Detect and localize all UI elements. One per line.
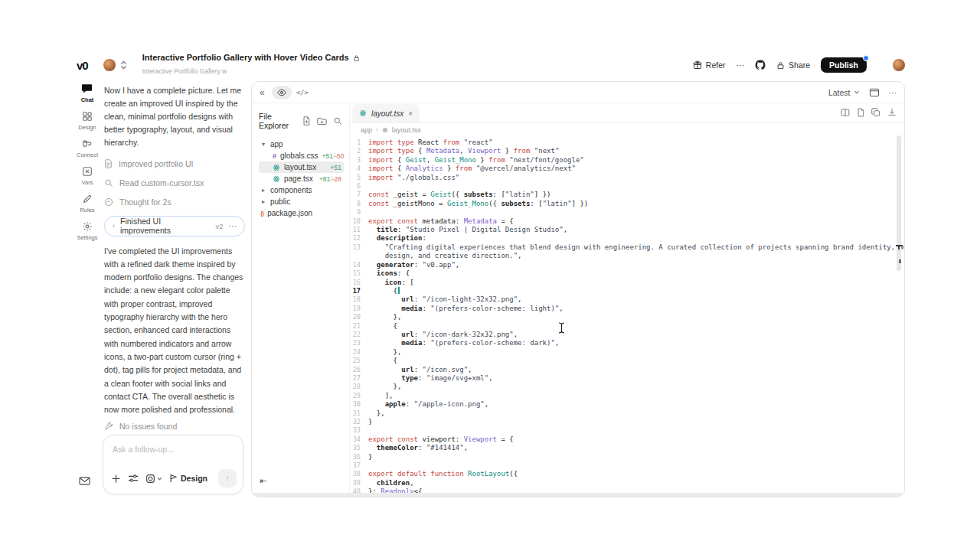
tree-folder-components[interactable]: ▸components — [259, 184, 344, 196]
text-cursor-pointer — [558, 322, 565, 334]
code-line[interactable]: 3import { Geist, Geist_Mono } from "next… — [350, 156, 904, 165]
chat-bubble-icon — [81, 83, 93, 94]
new-file-icon[interactable] — [302, 116, 311, 126]
tree-file-package.json[interactable]: {}package.json — [259, 207, 344, 219]
sliders-icon[interactable] — [128, 474, 139, 483]
send-button[interactable]: ↑ — [218, 469, 237, 487]
code-line[interactable]: 33 — [350, 426, 904, 435]
file-icon[interactable] — [857, 108, 864, 117]
mail-icon[interactable] — [79, 476, 90, 486]
close-tab-icon[interactable]: × — [408, 109, 413, 118]
project-switcher-icon[interactable] — [120, 60, 127, 70]
rail-item-chat[interactable]: Chat — [81, 83, 94, 103]
code-line[interactable]: design, and creative direction.", — [350, 252, 904, 260]
code-line[interactable]: 15 icons: { — [350, 269, 904, 278]
collapse-chevrons-icon[interactable]: « — [260, 87, 265, 98]
collapse-explorer-icon[interactable]: ⇤ — [260, 476, 266, 486]
breadcrumb: app › layout.tsx — [350, 123, 904, 136]
code-line[interactable]: 35 themeColor: "#141414", — [350, 444, 904, 452]
code-line[interactable]: 7const _geist = Geist({ subsets: ["latin… — [350, 191, 904, 199]
code-line[interactable]: 2import type { Metadata, Viewport } from… — [350, 147, 904, 155]
code-line[interactable]: 31 }, — [350, 409, 904, 418]
code-line[interactable]: 37 — [350, 461, 904, 470]
tree-folder-app[interactable]: ▾app — [259, 139, 344, 150]
code-line[interactable]: 23 media: "(prefers-color-scheme: dark)"… — [350, 339, 904, 347]
tree-file-layout.tsx[interactable]: layout.tsx+51 — [259, 161, 344, 173]
code-line[interactable]: 8const _geistMono = Geist_Mono({ subsets… — [350, 200, 904, 208]
horizontal-scrollbar[interactable] — [252, 493, 904, 497]
code-line[interactable]: 25 { — [350, 357, 904, 365]
design-mode-button[interactable]: Design — [169, 474, 207, 483]
code-line[interactable]: 32} — [350, 418, 904, 426]
code-line[interactable]: 1import type React from "react" — [350, 139, 904, 147]
avatar[interactable] — [103, 59, 116, 71]
github-icon[interactable] — [755, 60, 766, 70]
tree-folder-public[interactable]: ▸public — [259, 196, 344, 207]
rail-item-settings[interactable]: Settings — [77, 221, 97, 241]
tree-file-globals.css[interactable]: #globals.css+51/-50 — [259, 150, 344, 161]
step-read-file[interactable]: Read custom-cursor.tsx — [104, 174, 245, 193]
share-button[interactable]: Share — [776, 60, 810, 70]
code-line[interactable]: 39 children, — [350, 479, 904, 487]
rail-item-connect[interactable]: Connect — [77, 139, 98, 158]
attach-plus-icon[interactable] — [111, 474, 121, 484]
code-line[interactable]: 18 url: "/icon-light-32x32.png", — [350, 295, 904, 304]
code-line[interactable]: 21 { — [350, 322, 904, 331]
v0-logo[interactable]: v0 — [77, 59, 88, 72]
more-menu-icon[interactable]: ⋯ — [737, 60, 745, 70]
step-thought[interactable]: Thought for 2s — [104, 193, 245, 212]
code-line[interactable]: 11 title: "Studio Pixel | Digital Design… — [350, 226, 904, 234]
browser-preview-icon[interactable] — [869, 88, 880, 97]
code-line[interactable]: 34export const viewport: Viewport = { — [350, 435, 904, 444]
code-area[interactable]: 1import type React from "react"2import t… — [350, 136, 904, 496]
tree-file-page.tsx[interactable]: page.tsx+81/-28 — [259, 173, 344, 184]
code-line[interactable]: 4import { Analytics } from "@vercel/anal… — [350, 165, 904, 173]
code-line[interactable]: 29 ], — [350, 392, 904, 400]
step-improved-portfolio[interactable]: Improved portfolio UI — [104, 155, 245, 174]
copy-file-icon[interactable] — [871, 108, 880, 117]
code-line[interactable]: 10export const metadata: Metadata = { — [350, 217, 904, 226]
code-line[interactable]: 19 media: "(prefers-color-scheme: light)… — [350, 305, 904, 313]
source-select[interactable] — [145, 474, 162, 484]
download-icon[interactable] — [887, 108, 897, 117]
task-more-icon[interactable]: ⋯ — [229, 221, 237, 230]
code-line[interactable]: 20 }, — [350, 313, 904, 321]
rail-item-design[interactable]: Design — [78, 111, 96, 131]
status-no-issues[interactable]: No issues found — [104, 417, 245, 435]
code-line[interactable]: 9 — [350, 208, 904, 217]
scrollbar-thumb[interactable] — [897, 135, 901, 271]
code-line[interactable]: 24 }, — [350, 348, 904, 357]
code-line[interactable]: 16 icon: [ — [350, 279, 904, 287]
rail-item-vars[interactable]: Vars — [82, 166, 93, 186]
code-line[interactable]: 30 apple: "/apple-icon.png", — [350, 400, 904, 409]
publish-button[interactable]: Publish — [821, 57, 867, 73]
gift-icon — [693, 60, 702, 70]
search-files-icon[interactable] — [333, 116, 342, 126]
followup-input[interactable] — [113, 445, 235, 454]
version-dropdown[interactable]: Latest — [828, 88, 860, 97]
finished-task-box[interactable]: › Finished UI improvements v2 ⋯ — [104, 216, 245, 236]
code-line[interactable]: 17 { — [350, 287, 904, 295]
code-line[interactable]: 14 generator: "v0.app", — [350, 261, 904, 269]
split-view-icon[interactable] — [841, 108, 850, 117]
new-folder-icon[interactable] — [317, 116, 327, 126]
code-line[interactable]: 13 "Crafting digital experiences that bl… — [350, 243, 904, 252]
toolbar-more-icon[interactable]: ⋯ — [889, 88, 897, 97]
code-line[interactable]: 12 description: — [350, 234, 904, 243]
code-line[interactable]: 28 }, — [350, 383, 904, 391]
code-view-toggle[interactable]: </> — [296, 89, 309, 96]
user-avatar[interactable] — [893, 59, 905, 71]
code-line[interactable]: 27 type: "image/svg+xml", — [350, 374, 904, 383]
preview-eye-toggle[interactable] — [272, 86, 292, 99]
gear-icon — [82, 221, 93, 232]
code-line[interactable]: 22 url: "/icon-dark-32x32.png", — [350, 331, 904, 339]
react-icon — [273, 164, 280, 171]
code-line[interactable]: 5import "./globals.css" — [350, 174, 904, 182]
code-line[interactable]: 26 url: "/icon.svg", — [350, 366, 904, 374]
refer-button[interactable]: Refer — [693, 60, 726, 70]
code-line[interactable]: 36} — [350, 453, 904, 461]
rail-item-rules[interactable]: Rules — [80, 194, 94, 214]
tab-layout-tsx[interactable]: layout.tsx × — [352, 104, 420, 122]
code-line[interactable]: 6 — [350, 182, 904, 191]
code-line[interactable]: 38export default function RootLayout({ — [350, 470, 904, 478]
